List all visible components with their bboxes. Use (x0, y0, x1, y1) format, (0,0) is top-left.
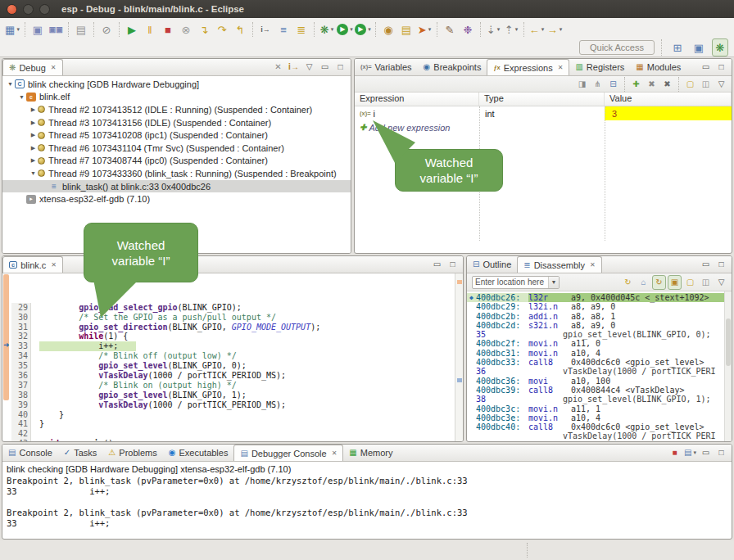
close-tab-icon[interactable]: ✕ (51, 261, 57, 269)
debug-icon[interactable]: ❋▾ (319, 20, 335, 38)
debug-tree-item[interactable]: ▼Cblink checking [GDB Hardware Debugging… (2, 78, 351, 91)
remove-all-terminated-icon[interactable]: ✕ (271, 60, 285, 75)
save-all-icon[interactable]: ▣▣ (48, 20, 64, 38)
suspend-icon[interactable]: ‖ (142, 20, 158, 38)
disassembly-source-row[interactable]: 38gpio_set_level(BLINK_GPIO, 1); (467, 395, 732, 404)
console-output[interactable]: Breakpoint 2, blink_task (pvParameter=0x… (2, 476, 732, 529)
gutter-annotation-area[interactable] (2, 351, 11, 361)
expander-icon[interactable]: ▼ (29, 170, 38, 176)
collapse-all-icon[interactable]: ⊟ (606, 77, 620, 92)
forward-icon[interactable]: →▾ (546, 20, 563, 38)
window-close-button[interactable] (7, 4, 17, 15)
external-tools-icon[interactable]: ▶▾ (355, 20, 371, 38)
show-source-icon[interactable]: ▣ (668, 275, 682, 290)
open-perspective-icon[interactable]: ⊞ (669, 38, 686, 56)
dropdown-arrow-icon[interactable]: ▾ (428, 26, 432, 33)
debug-tree-item[interactable]: ≡blink_task() at blink.c:33 0x400dbc26 (2, 180, 351, 193)
show-execution-point-icon[interactable]: ≡ (275, 20, 292, 38)
tab-debugger-console[interactable]: ▤Debugger Console✕ (233, 445, 343, 461)
line-number[interactable]: 42 (11, 429, 31, 439)
minimize-icon[interactable]: ▭ (699, 445, 713, 460)
expression-row[interactable]: (x)=iint3 (355, 106, 732, 120)
dropdown-arrow-icon[interactable]: ▾ (515, 26, 519, 33)
skip-all-breakpoints-icon[interactable]: ⊘ (98, 20, 115, 38)
open-task-icon[interactable]: ◉ (380, 20, 396, 38)
instruction-stepping-icon[interactable]: i→ (257, 20, 274, 38)
disconnect-icon[interactable]: ⊗ (178, 20, 194, 38)
expander-icon[interactable]: ▼ (17, 94, 26, 100)
previous-annotation-icon[interactable]: ⇡▾ (503, 20, 519, 38)
gutter-annotation-area[interactable] (2, 410, 11, 420)
scrollbar-thumb[interactable] (726, 318, 731, 367)
add-new-expression-row[interactable]: ✚ Add new expression (355, 120, 732, 134)
line-number[interactable]: 30 (11, 313, 31, 323)
terminate-console-icon[interactable]: ■ (668, 445, 682, 460)
disassembly-row[interactable]: 400dbc33:call80x400dc6c0 <gpio_set_level… (467, 358, 732, 367)
disassembly-source-row[interactable]: 35gpio_set_level(BLINK_GPIO, 0); (467, 330, 732, 339)
disassembly-source-row[interactable]: vTaskDelay(1000 / portTICK PERI (467, 431, 732, 440)
debug-perspective-icon[interactable]: ❋ (712, 38, 728, 56)
minimize-icon[interactable]: ▭ (699, 60, 713, 75)
location-combo[interactable]: Enter location here ▼ (472, 276, 560, 289)
disassembly-row[interactable]: 400dbc2f:movi.na11, 0 (467, 339, 732, 348)
disassembly-row[interactable]: 400dbc3e:movi.na10, 4 (467, 413, 732, 422)
gutter-annotation-area[interactable] (2, 391, 11, 400)
maximize-icon[interactable]: □ (714, 60, 728, 75)
disassembly-row[interactable]: 400dbc3c:movi.na11, 1 (467, 404, 732, 413)
tab-problems[interactable]: ⚠Problems (102, 445, 162, 461)
step-return-icon[interactable]: ↰ (232, 20, 248, 38)
line-number[interactable]: 35 (11, 361, 31, 371)
column-header-type[interactable]: Type (479, 93, 605, 106)
back-icon[interactable]: ←▾ (528, 20, 545, 38)
tab-registers[interactable]: ▥Registers (569, 59, 630, 75)
minimize-icon[interactable]: ▭ (699, 257, 713, 272)
resume-icon[interactable]: ▶ (124, 20, 140, 38)
debug-tree-item[interactable]: ▶Thread #3 1073413156 (IDLE) (Suspended … (2, 116, 351, 129)
line-number[interactable]: 36 (11, 371, 31, 381)
column-header-expression[interactable]: Expression (355, 93, 479, 106)
expander-icon[interactable]: ▶ (29, 106, 38, 113)
disassembly-row[interactable]: 400dbc36:movia10, 100 (467, 377, 732, 386)
debug-tree-item[interactable]: ▶Thread #2 1073413512 (IDLE : Running) (… (2, 103, 351, 116)
export-icon[interactable]: ◫ (699, 77, 713, 92)
disassembly-row[interactable]: 400dbc29:l32i.na8, a9, 0 (467, 302, 732, 311)
add-expression-icon[interactable]: ✚ (629, 77, 643, 92)
disassembly-row[interactable]: ◆400dbc26:l32ra9, 0x400d045c <_stext+109… (467, 293, 732, 302)
disassembly-source-row[interactable]: 36vTaskDelay(1000 / portTICK_PERI (467, 367, 732, 376)
cpp-perspective-icon[interactable]: ▣ (691, 38, 707, 56)
dropdown-arrow-icon[interactable]: ▾ (560, 26, 563, 33)
step-over-icon[interactable]: ↷ (214, 20, 230, 38)
overview-ruler[interactable] (455, 273, 463, 441)
disassembly-row[interactable]: 400dbc40:call80x400dc6c0 <gpio_set_level… (467, 422, 732, 431)
maximize-icon[interactable]: □ (714, 445, 728, 460)
line-number[interactable]: 40 (11, 410, 31, 420)
expander-icon[interactable]: ▶ (29, 157, 38, 164)
debug-tree-item[interactable]: ▼Thread #9 1073433360 (blink_task : Runn… (2, 167, 351, 180)
line-number[interactable]: 41 (11, 419, 31, 429)
gutter-annotation-area[interactable] (2, 323, 11, 332)
show-type-names-icon[interactable]: ◨ (575, 77, 589, 92)
tab-tasks[interactable]: ✓Tasks (58, 445, 103, 461)
run-icon[interactable]: ▶▾ (337, 20, 353, 38)
gutter-annotation-area[interactable] (2, 419, 11, 429)
fold-marker-icon[interactable]: ⊖ (31, 439, 39, 442)
line-number[interactable]: 38 (11, 391, 31, 400)
dropdown-arrow-icon[interactable]: ▾ (368, 26, 371, 33)
disassembly-row[interactable]: 400dbc2b:addi.na8, a8, 1 (467, 312, 732, 321)
new-wizard-icon[interactable]: ▦▾ (4, 20, 20, 38)
tab-console[interactable]: ▤Console (2, 445, 58, 461)
gutter-annotation-area[interactable] (2, 303, 11, 313)
open-folder-icon[interactable]: ▤ (398, 20, 415, 38)
gutter-annotation-area[interactable] (2, 313, 11, 323)
tab-variables[interactable]: (x)=Variables (355, 59, 418, 75)
terminate-icon[interactable]: ■ (160, 20, 176, 38)
maximize-icon[interactable]: □ (446, 257, 460, 272)
line-number[interactable]: 43 (11, 439, 31, 442)
gutter-annotation-area[interactable] (2, 371, 11, 381)
tab-memory[interactable]: ▦Memory (343, 445, 398, 461)
debug-tree-item[interactable]: ▼eblink.elf (2, 91, 351, 104)
debug-tree-item[interactable]: ▶Thread #5 1073410208 (ipc1) (Suspended … (2, 129, 351, 142)
tab-modules[interactable]: ▦Modules (630, 59, 686, 75)
window-minimize-button[interactable] (23, 4, 34, 15)
new-view-icon[interactable]: ▢ (683, 77, 697, 92)
